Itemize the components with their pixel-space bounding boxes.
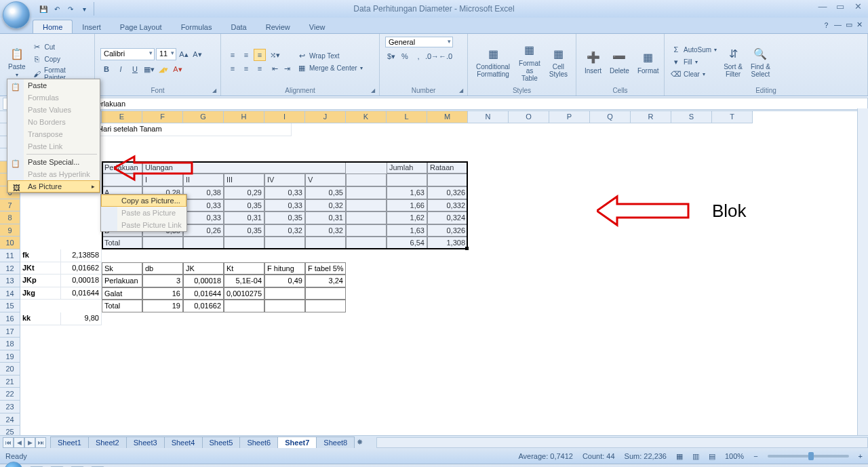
cell-M7[interactable]: 0,332 <box>427 199 468 212</box>
sheet-tab-sheet6[interactable]: Sheet6 <box>239 436 278 448</box>
save-icon[interactable]: 💾 <box>38 3 49 14</box>
row-head-9[interactable]: 9 <box>0 224 20 237</box>
row-head-13[interactable]: 13 <box>0 275 20 287</box>
sheet-tab-sheet7[interactable]: Sheet7 <box>277 436 317 448</box>
dec-decimal-icon[interactable]: ←.0 <box>439 50 452 62</box>
cell-L10[interactable]: 6,54 <box>387 237 427 249</box>
align-bottom-icon[interactable]: ≡ <box>254 49 266 61</box>
minimize-ribbon-icon[interactable]: — <box>834 20 842 31</box>
sheet-tab-sheet4[interactable]: Sheet4 <box>164 436 203 448</box>
font-name-combo[interactable]: Calibri <box>100 48 155 60</box>
sheet-tab-sheet5[interactable]: Sheet5 <box>202 436 241 448</box>
tab-insert[interactable]: Insert <box>73 20 111 33</box>
zoom-in-icon[interactable]: + <box>859 452 863 460</box>
cell-I6[interactable]: 0,33 <box>264 186 305 199</box>
close-ribbon-icon[interactable]: ✕ <box>856 20 863 31</box>
col-head-Q[interactable]: Q <box>590 111 631 123</box>
undo-icon[interactable]: ↶ <box>52 3 62 14</box>
paste-menu-aspicture[interactable]: 🖼As Picture <box>7 180 100 192</box>
view-layout-icon[interactable]: ▥ <box>692 452 699 461</box>
paste-menu-noborders[interactable]: No Borders <box>7 116 100 128</box>
shrink-font-icon[interactable]: A▾ <box>191 48 203 60</box>
cell-G5[interactable]: II <box>183 174 224 186</box>
inc-decimal-icon[interactable]: .0→ <box>426 50 438 62</box>
cell-C11[interactable]: fk <box>20 249 61 262</box>
wrap-text-button[interactable]: ↩Wrap Text <box>296 50 364 61</box>
col-head-F[interactable]: F <box>142 111 183 123</box>
row-head-15[interactable]: 15 <box>0 300 20 312</box>
horizontal-scrollbar[interactable] <box>376 437 868 448</box>
cell-F4[interactable]: Ulangan <box>142 161 346 174</box>
align-left-icon[interactable]: ≡ <box>226 62 239 75</box>
minimize-button[interactable]: — <box>816 1 829 12</box>
cell-H6[interactable]: 0,29 <box>224 186 264 199</box>
cell-E14[interactable]: Galat <box>102 287 142 300</box>
percent-icon[interactable]: % <box>399 50 411 62</box>
col-head-E[interactable]: E <box>102 111 142 123</box>
col-head-G[interactable]: G <box>183 111 224 123</box>
number-launcher[interactable]: ◢ <box>459 87 466 94</box>
cell-I9[interactable]: 0,32 <box>264 224 305 237</box>
row-head-19[interactable]: 19 <box>0 350 20 363</box>
cell-D11[interactable]: 2,13858 <box>61 249 102 262</box>
cell-J14[interactable] <box>305 287 346 300</box>
row-head-22[interactable]: 22 <box>0 388 20 401</box>
zoom-out-icon[interactable]: − <box>753 452 757 460</box>
cell-G8[interactable]: 0,33 <box>183 211 224 224</box>
font-color-button[interactable]: A▾ <box>172 63 184 75</box>
cell-G10[interactable] <box>183 237 224 249</box>
align-right-icon[interactable]: ≡ <box>254 62 266 75</box>
number-format-combo[interactable]: General <box>385 37 453 47</box>
cell-M6[interactable]: 0,326 <box>427 186 468 199</box>
indent-less-icon[interactable]: ⇤ <box>269 62 281 75</box>
restore-ribbon-icon[interactable]: ▭ <box>846 20 852 31</box>
cell-J15[interactable] <box>305 300 346 312</box>
paste-menu-hyperlink[interactable]: Paste as Hyperlink <box>7 168 100 180</box>
cell-M4[interactable]: Rataan <box>427 161 468 174</box>
cell-L8[interactable]: 1,62 <box>387 211 427 224</box>
tab-data[interactable]: Data <box>221 20 256 33</box>
row-head-20[interactable]: 20 <box>0 363 20 375</box>
format-cells-button[interactable]: ▦Format <box>635 48 662 76</box>
paste-menu-special[interactable]: 📋Paste Special... <box>7 156 100 168</box>
tab-nav-prev[interactable]: ◀ <box>14 437 24 448</box>
cell-M5[interactable] <box>427 174 468 186</box>
cell-K7[interactable] <box>346 199 387 212</box>
cell-E4[interactable]: Perlakuan <box>102 161 142 174</box>
sheet-tab-sheet3[interactable]: Sheet3 <box>126 436 165 448</box>
col-head-I[interactable]: I <box>264 111 305 123</box>
cell-K8[interactable] <box>346 211 387 224</box>
new-sheet-icon[interactable]: ✸ <box>357 438 363 447</box>
find-select-button[interactable]: 🔍Find & Select <box>748 44 773 79</box>
qat-custom-icon[interactable]: ▾ <box>79 3 90 14</box>
align-middle-icon[interactable]: ≡ <box>240 49 252 61</box>
cell-E15[interactable]: Total <box>102 300 142 312</box>
comma-icon[interactable]: , <box>412 50 425 62</box>
col-head-K[interactable]: K <box>346 111 387 123</box>
tab-page-layout[interactable]: Page Layout <box>111 20 172 33</box>
row-head-25[interactable]: 25 <box>0 426 20 435</box>
cell-L7[interactable]: 1,66 <box>387 199 427 212</box>
cell-G14[interactable]: 0,01644 <box>183 287 224 300</box>
col-head-T[interactable]: T <box>712 111 753 123</box>
cell-J9[interactable]: 0,32 <box>305 224 346 237</box>
tab-nav-first[interactable]: ⏮ <box>3 437 14 448</box>
cell-J10[interactable] <box>305 237 346 249</box>
cell-M9[interactable]: 0,326 <box>427 224 468 237</box>
font-launcher[interactable]: ◢ <box>212 87 219 94</box>
col-head-P[interactable]: P <box>549 111 590 123</box>
col-head-R[interactable]: R <box>631 111 671 123</box>
cell-K5[interactable] <box>346 174 387 186</box>
cell-E5[interactable] <box>102 174 142 186</box>
cell-F14[interactable]: 16 <box>142 287 183 300</box>
align-center-icon[interactable]: ≡ <box>240 62 252 75</box>
help-icon[interactable]: ？ <box>823 20 830 31</box>
cell-G9[interactable]: 0,26 <box>183 224 224 237</box>
cell-H14[interactable]: 0,0010275 <box>224 287 264 300</box>
cell-J8[interactable]: 0,31 <box>305 211 346 224</box>
paste-menu-values[interactable]: Paste Values <box>7 104 100 116</box>
cut-button[interactable]: ✂Cut <box>31 41 89 52</box>
fill-color-button[interactable]: ◢▾ <box>157 63 170 75</box>
row-head-11[interactable]: 11 <box>0 249 20 262</box>
row-head-17[interactable]: 17 <box>0 325 20 338</box>
